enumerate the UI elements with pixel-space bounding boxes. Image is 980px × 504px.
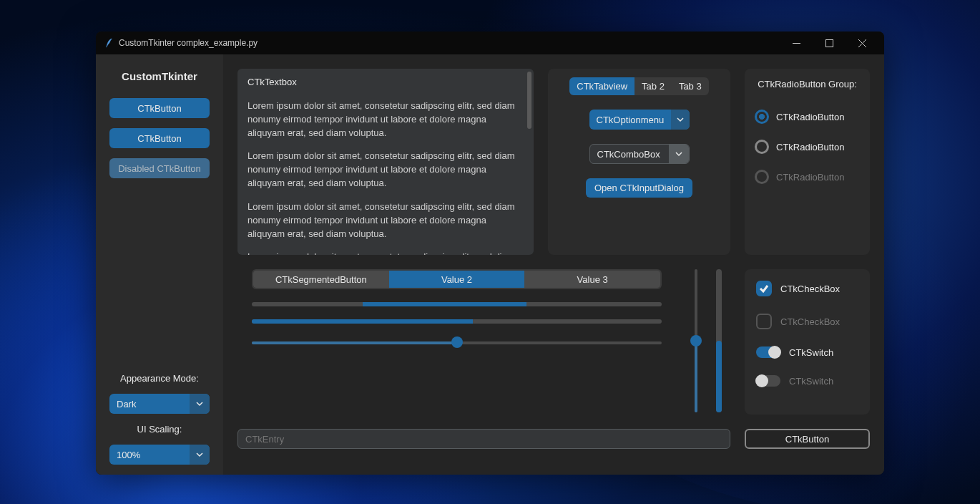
open-input-dialog-button[interactable]: Open CTkInputDialog [586,178,692,198]
switch-toggle [756,346,780,358]
tabview: CTkTabview Tab 2 Tab 3 CTkOptionmenu CTk… [548,69,730,255]
chevron-down-icon [669,145,689,163]
appearance-mode-select[interactable]: Dark [109,394,210,414]
svg-rect-0 [825,39,833,47]
radio-3-disabled: CTkRadioButton [755,170,860,184]
bottom-button[interactable]: CTkButton [745,429,870,449]
option-menu[interactable]: CTkOptionmenu [589,110,690,130]
checkbox-label: CTkCheckBox [780,316,840,327]
segment-1[interactable]: CTkSegmentedButton [253,271,389,288]
close-button[interactable] [846,32,878,54]
tab-3[interactable]: Tab 3 [672,77,709,95]
segment-2[interactable]: Value 2 [389,271,525,288]
textbox-paragraph: Lorem ipsum dolor sit amet, consetetur s… [248,100,524,140]
radio-label: CTkRadioButton [776,172,844,183]
app-icon [104,38,113,48]
textbox-heading: CTkTextbox [248,76,524,89]
radio-group: CTkRadioButton Group: CTkRadioButton CTk… [745,69,870,255]
radio-icon [755,170,769,184]
minimize-button[interactable] [780,32,813,54]
textbox-paragraph: Lorem ipsum dolor sit amet, consetetur s… [248,251,524,255]
checkbox-2-disabled: CTkCheckBox [756,314,858,329]
sidebar-button-disabled: Disabled CTkButton [109,158,210,178]
vertical-progressbar [716,269,722,412]
slider-thumb[interactable] [690,335,702,346]
segmented-button: CTkSegmentedButton Value 2 Value 3 [252,269,662,289]
slider-thumb[interactable] [451,336,463,348]
switch-label: CTkSwitch [789,376,833,387]
sidebar-title: CustomTkinter [122,70,197,82]
ui-scaling-label: UI Scaling: [137,424,182,435]
tab-2[interactable]: Tab 2 [634,77,672,95]
horizontal-slider[interactable] [252,336,662,348]
checkbox-label: CTkCheckBox [780,284,840,294]
chevron-down-icon [671,110,689,130]
vertical-slider[interactable] [690,269,702,412]
option-menu-value: CTkOptionmenu [589,115,672,125]
progressbar [252,319,662,324]
entry-input[interactable] [237,429,730,449]
radio-2[interactable]: CTkRadioButton [755,140,860,154]
tabview-tabs: CTkTabview Tab 2 Tab 3 [569,77,708,95]
checkbox-icon [756,281,772,296]
switch-2-disabled: CTkSwitch [756,375,858,387]
chevron-down-icon [190,394,210,414]
checkbox-1[interactable]: CTkCheckBox [756,281,858,296]
sidebar-button-1[interactable]: CTkButton [109,98,210,118]
radio-label: CTkRadioButton [776,142,844,152]
radio-icon [755,140,769,154]
textbox-paragraph: Lorem ipsum dolor sit amet, consetetur s… [248,200,524,241]
sidebar-button-2[interactable]: CTkButton [109,128,210,148]
app-window: CustomTkinter complex_example.py CustomT… [96,32,884,475]
window-title: CustomTkinter complex_example.py [119,38,780,48]
ui-scaling-select[interactable]: 100% [109,445,210,465]
checkbox-icon [756,314,772,329]
maximize-button[interactable] [813,32,846,54]
appearance-mode-value: Dark [109,399,190,410]
switch-label: CTkSwitch [789,347,833,358]
progressbar-indeterminate [252,302,662,306]
chevron-down-icon [190,445,210,465]
textbox-paragraph: Lorem ipsum dolor sit amet, consetetur s… [248,150,524,190]
textbox[interactable]: CTkTextbox Lorem ipsum dolor sit amet, c… [237,69,534,255]
titlebar: CustomTkinter complex_example.py [96,32,884,54]
appearance-mode-label: Appearance Mode: [120,373,199,384]
sidebar: CustomTkinter CTkButton CTkButton Disabl… [96,54,223,475]
combobox-value: CTkComboBox [590,149,669,160]
radio-icon [755,110,769,124]
switch-1[interactable]: CTkSwitch [756,346,858,358]
scrollbar-thumb[interactable] [527,72,531,129]
segment-3[interactable]: Value 3 [524,271,660,288]
tab-1[interactable]: CTkTabview [569,77,634,95]
radio-group-title: CTkRadioButton Group: [755,79,860,89]
combobox[interactable]: CTkComboBox [589,144,690,164]
radio-label: CTkRadioButton [776,112,844,122]
radio-1[interactable]: CTkRadioButton [755,110,860,124]
check-switch-panel: CTkCheckBox CTkCheckBox CTkSwitch CTkSwi… [745,269,870,415]
switch-toggle [756,375,780,387]
ui-scaling-value: 100% [109,450,190,460]
